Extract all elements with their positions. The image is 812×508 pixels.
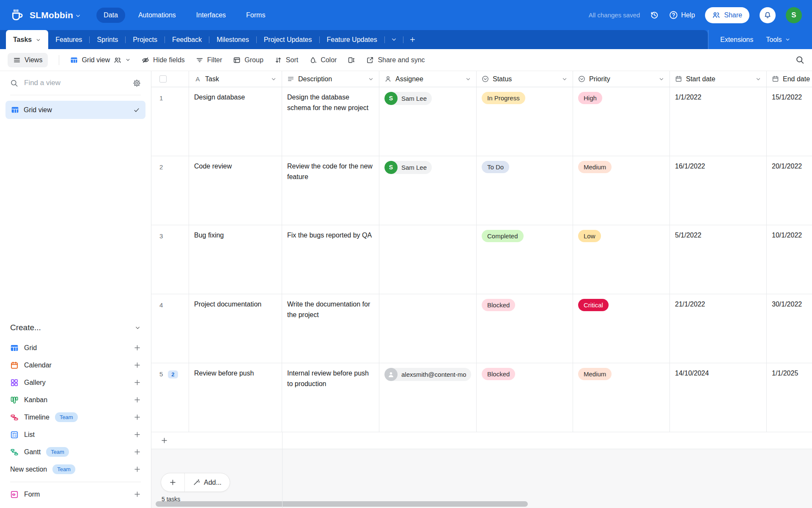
- cell-start-date[interactable]: 16/1/2022: [670, 156, 767, 225]
- cell-task[interactable]: Bug fixing: [189, 225, 282, 294]
- tabbar-extensions-button[interactable]: Extensions: [720, 36, 753, 44]
- cell-description[interactable]: Design the database schema for the new p…: [282, 87, 379, 156]
- notifications-button[interactable]: [760, 7, 776, 23]
- cell-status[interactable]: Blocked: [477, 363, 573, 432]
- row-header-cell[interactable]: 1: [151, 87, 189, 156]
- tabbar-tools-button[interactable]: Tools: [766, 36, 790, 44]
- help-button[interactable]: Help: [669, 11, 695, 19]
- table-tab-sprints[interactable]: Sprints: [90, 30, 125, 49]
- nav-item-interfaces[interactable]: Interfaces: [189, 8, 233, 23]
- row-header-cell[interactable]: 4: [151, 294, 189, 363]
- cell-priority[interactable]: Medium: [573, 156, 670, 225]
- cell-end-date[interactable]: 10/1/2022: [767, 225, 812, 294]
- column-header-assignee[interactable]: Assignee: [379, 71, 477, 87]
- workspace-name[interactable]: SLMobbin: [30, 10, 73, 20]
- table-tab-feedback[interactable]: Feedback: [165, 30, 209, 49]
- create-item-form[interactable]: Form: [10, 486, 141, 503]
- column-header-description[interactable]: Description: [282, 71, 379, 87]
- cell-end-date[interactable]: 20/1/2022: [767, 156, 812, 225]
- table-tab-projects[interactable]: Projects: [126, 30, 165, 49]
- cell-priority[interactable]: Critical: [573, 294, 670, 363]
- cell-start-date[interactable]: 14/10/2024: [670, 363, 767, 432]
- cell-status[interactable]: Completed: [477, 225, 573, 294]
- cell-status[interactable]: Blocked: [477, 294, 573, 363]
- row-header-cell[interactable]: 52: [151, 363, 189, 432]
- cell-assignee[interactable]: [379, 225, 477, 294]
- table-tab-tasks[interactable]: Tasks: [6, 30, 48, 49]
- cell-start-date[interactable]: 1/1/2022: [670, 87, 767, 156]
- create-item-calendar[interactable]: Calendar: [10, 356, 141, 374]
- row-header-cell[interactable]: 3: [151, 225, 189, 294]
- create-header[interactable]: Create...: [10, 323, 141, 332]
- filter-button[interactable]: Filter: [196, 56, 222, 64]
- views-button[interactable]: Views: [8, 53, 48, 67]
- cell-task[interactable]: Project documentation: [189, 294, 282, 363]
- cell-end-date[interactable]: 15/1/2022: [767, 87, 812, 156]
- add-with-ai-button[interactable]: Add...: [185, 473, 230, 491]
- gear-icon[interactable]: [133, 79, 141, 87]
- add-table-button[interactable]: [403, 36, 422, 43]
- cell-description[interactable]: Review the code for the new feature: [282, 156, 379, 225]
- cell-end-date[interactable]: 30/1/2022: [767, 294, 812, 363]
- workspace-chevron-down-icon[interactable]: [75, 13, 81, 19]
- cell-description[interactable]: Fix the bugs reported by QA: [282, 225, 379, 294]
- history-icon[interactable]: [650, 11, 659, 19]
- grid-view-switcher[interactable]: Grid view: [70, 56, 131, 64]
- sort-button[interactable]: Sort: [274, 56, 298, 64]
- search-icon[interactable]: [796, 55, 804, 64]
- tab-overflow-button[interactable]: [385, 36, 403, 43]
- cell-end-date[interactable]: 1/1/2025: [767, 363, 812, 432]
- cell-priority[interactable]: Medium: [573, 363, 670, 432]
- cell-priority[interactable]: Low: [573, 225, 670, 294]
- create-item-timeline[interactable]: TimelineTeam: [10, 409, 141, 426]
- table-tab-features[interactable]: Features: [48, 30, 89, 49]
- table-tab-feature-updates[interactable]: Feature Updates: [320, 30, 384, 49]
- create-item-list[interactable]: List: [10, 426, 141, 443]
- cell-assignee[interactable]: SSam Lee: [379, 87, 477, 156]
- create-item-gantt[interactable]: GanttTeam: [10, 443, 141, 461]
- select-all-checkbox[interactable]: [159, 75, 167, 83]
- cell-assignee[interactable]: alexsmith@content-mob: [379, 363, 477, 432]
- add-record-row[interactable]: [151, 432, 812, 449]
- group-button[interactable]: Group: [233, 56, 263, 64]
- row-header-cell[interactable]: 2: [151, 156, 189, 225]
- cell-description[interactable]: Internal review before push to productio…: [282, 363, 379, 432]
- column-header-start-date[interactable]: Start date: [670, 71, 767, 87]
- share-button[interactable]: Share: [705, 7, 749, 23]
- table-tab-milestones[interactable]: Milestones: [209, 30, 256, 49]
- user-avatar[interactable]: S: [786, 7, 802, 23]
- cell-status[interactable]: To Do: [477, 156, 573, 225]
- app-logo-cup-icon[interactable]: [10, 8, 24, 22]
- create-item-grid[interactable]: Grid: [10, 339, 141, 356]
- find-view-input[interactable]: [24, 79, 127, 87]
- nav-item-forms[interactable]: Forms: [239, 8, 272, 23]
- cell-assignee[interactable]: SSam Lee: [379, 156, 477, 225]
- sidebar-view-grid-view[interactable]: Grid view: [5, 101, 145, 119]
- cell-task[interactable]: Review before push: [189, 363, 282, 432]
- column-header-priority[interactable]: Priority: [573, 71, 670, 87]
- add-record-button[interactable]: [161, 473, 184, 491]
- nav-item-data[interactable]: Data: [96, 8, 125, 23]
- create-item-new-section[interactable]: New sectionTeam: [10, 461, 141, 478]
- create-item-gallery[interactable]: Gallery: [10, 374, 141, 391]
- cell-task[interactable]: Design database: [189, 87, 282, 156]
- comment-count-badge[interactable]: 2: [168, 370, 178, 378]
- cell-task[interactable]: Code review: [189, 156, 282, 225]
- nav-item-automations[interactable]: Automations: [131, 8, 183, 23]
- share-and-sync-button[interactable]: Share and sync: [366, 56, 425, 64]
- cell-start-date[interactable]: 5/1/2022: [670, 225, 767, 294]
- table-tab-project-updates[interactable]: Project Updates: [257, 30, 319, 49]
- cell-priority[interactable]: High: [573, 87, 670, 156]
- column-header-task[interactable]: ATask: [189, 71, 282, 87]
- row-height-button[interactable]: [348, 56, 355, 64]
- horizontal-scrollbar[interactable]: [156, 501, 528, 507]
- cell-assignee[interactable]: [379, 294, 477, 363]
- color-button[interactable]: Color: [309, 56, 337, 64]
- cell-description[interactable]: Write the documentation for the project: [282, 294, 379, 363]
- cell-status[interactable]: In Progress: [477, 87, 573, 156]
- hide-fields-button[interactable]: Hide fields: [142, 56, 185, 64]
- create-item-kanban[interactable]: Kanban: [10, 391, 141, 409]
- column-header-end-date[interactable]: End date: [767, 71, 812, 87]
- column-header-status[interactable]: Status: [477, 71, 573, 87]
- cell-start-date[interactable]: 21/1/2022: [670, 294, 767, 363]
